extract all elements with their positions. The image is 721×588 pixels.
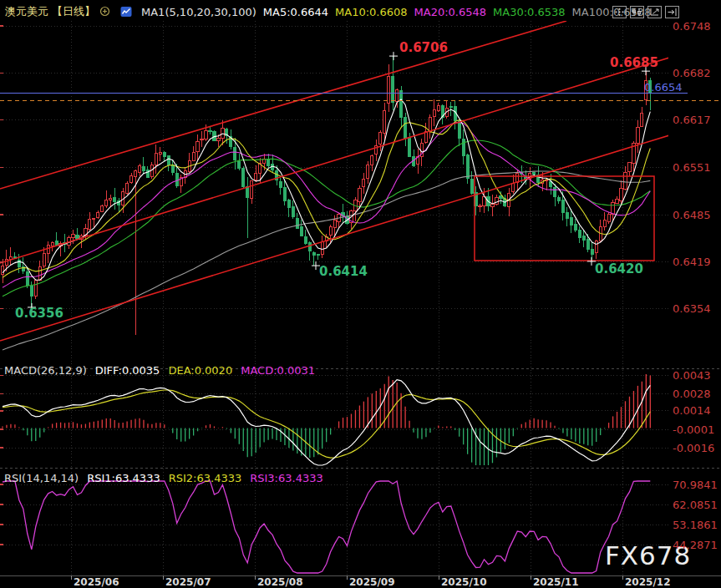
chart-toolbar [612,6,679,18]
svg-text:-0.0001: -0.0001 [673,423,714,436]
svg-text:2025/09: 2025/09 [349,576,394,588]
crosshair-icon[interactable] [612,6,627,18]
kline-panel-icon[interactable] [630,6,644,18]
svg-text:2025/12: 2025/12 [625,576,670,588]
svg-text:0.6706: 0.6706 [399,40,448,55]
chart-header: 澳元美元【日线】 MA1(5,10,20,30,100) MA5:0.6644 … [5,4,651,19]
rsi-panel [3,481,650,573]
indicator-logo-icon[interactable] [120,6,135,18]
svg-text:0.6420: 0.6420 [595,261,643,276]
svg-text:0.6685: 0.6685 [610,55,658,70]
svg-text:2025/07: 2025/07 [165,576,211,588]
svg-text:2025/08: 2025/08 [257,576,302,588]
kline-export-icon[interactable] [647,6,662,18]
price-lines [0,94,721,101]
svg-text:-0.0016: -0.0016 [673,442,714,454]
macd-panel [3,374,650,465]
svg-text:0.6419: 0.6419 [673,256,711,268]
svg-text:0.0028: 0.0028 [673,388,711,400]
chart-window: 0.63560.64140.64200.67060.6685FX6780.674… [0,0,721,588]
svg-text:2025/11: 2025/11 [533,576,578,588]
svg-text:0.6682: 0.6682 [673,67,711,79]
timeframe-label: 【日线】 [52,4,95,19]
chart-canvas[interactable]: 0.63560.64140.64200.67060.6685FX6780.674… [0,0,721,588]
svg-text:53.1861: 53.1861 [673,519,718,531]
annotations: 0.63560.64140.64200.67060.6685 [15,40,658,321]
svg-text:0.6354: 0.6354 [673,302,711,315]
svg-text:0.0014: 0.0014 [673,404,711,417]
svg-text:44.2871: 44.2871 [673,539,718,551]
svg-text:0.6485: 0.6485 [673,209,711,221]
add-compare-icon[interactable] [99,6,114,18]
svg-text:0.6414: 0.6414 [319,264,368,279]
svg-text:0.6748: 0.6748 [673,20,711,33]
svg-text:2025/10: 2025/10 [441,576,486,588]
ma-settings-label: MA1(5,10,20,30,100) [141,6,256,18]
svg-text:0.6551: 0.6551 [673,161,711,174]
svg-text:62.0851: 62.0851 [673,499,718,511]
instrument-title: 澳元美元 [5,4,48,19]
axis-ticks [0,26,3,545]
svg-text:0.6617: 0.6617 [673,114,711,126]
range-box [475,176,654,261]
ma20-value: MA20:0.6548 [414,6,487,18]
svg-text:0.0043: 0.0043 [673,369,711,382]
svg-text:0.6356: 0.6356 [15,306,63,321]
collapse-panel-icon[interactable] [665,6,679,18]
candlesticks [1,56,652,334]
svg-text:0.6654: 0.6654 [644,81,683,94]
ma-lines [3,99,650,350]
gridlines [0,21,721,580]
ma5-value: MA5:0.6644 [263,6,328,18]
ma30-value: MA30:0.6538 [493,6,566,18]
svg-text:70.9841: 70.9841 [673,479,718,491]
ma10-value: MA10:0.6608 [335,6,408,18]
svg-text:2025/06: 2025/06 [74,576,119,588]
